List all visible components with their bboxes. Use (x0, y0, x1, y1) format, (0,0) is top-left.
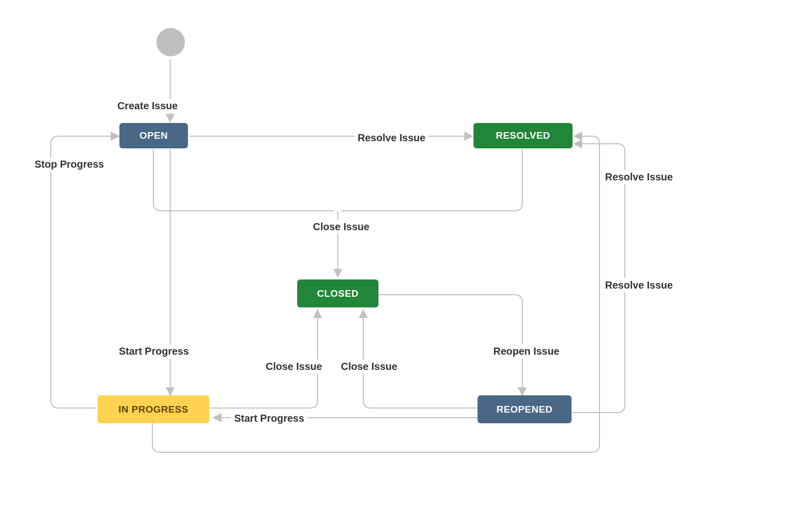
state-resolved: RESOLVED (473, 123, 573, 148)
edge-inprogress-to-closed (208, 310, 318, 408)
edges-layer (0, 0, 791, 532)
edge-stop-progress (51, 136, 119, 408)
label-close-issue-right: Close Issue (338, 360, 400, 373)
state-reopened-label: REOPENED (496, 404, 553, 415)
edge-reopened-to-closed (363, 310, 478, 408)
workflow-diagram: OPEN RESOLVED CLOSED IN PROGRESS REOPENE… (0, 0, 791, 532)
label-resolve-issue-right-lower: Resolve Issue (602, 278, 676, 292)
label-close-issue-top: Close Issue (310, 220, 372, 234)
edge-open-down-to-close-merge (153, 149, 334, 211)
state-in-progress-label: IN PROGRESS (118, 404, 188, 415)
label-reopen-issue: Reopen Issue (490, 345, 562, 358)
label-resolve-issue-open: Resolve Issue (355, 131, 428, 145)
state-open: OPEN (119, 123, 188, 148)
state-reopened: REOPENED (478, 395, 572, 423)
state-resolved-label: RESOLVED (496, 130, 550, 141)
label-resolve-issue-right-upper: Resolve Issue (602, 170, 676, 184)
label-start-progress-reopened: Start Progress (231, 412, 307, 425)
state-open-label: OPEN (140, 130, 168, 141)
label-create-issue: Create Issue (114, 99, 181, 113)
label-stop-progress: Stop Progress (31, 158, 107, 171)
edge-resolved-down-to-close-merge (341, 149, 522, 211)
label-start-progress-open: Start Progress (116, 345, 192, 358)
state-closed: CLOSED (297, 279, 378, 307)
state-in-progress: IN PROGRESS (98, 395, 209, 423)
state-closed-label: CLOSED (317, 288, 359, 299)
label-close-issue-left: Close Issue (263, 360, 325, 373)
start-node (156, 28, 185, 56)
